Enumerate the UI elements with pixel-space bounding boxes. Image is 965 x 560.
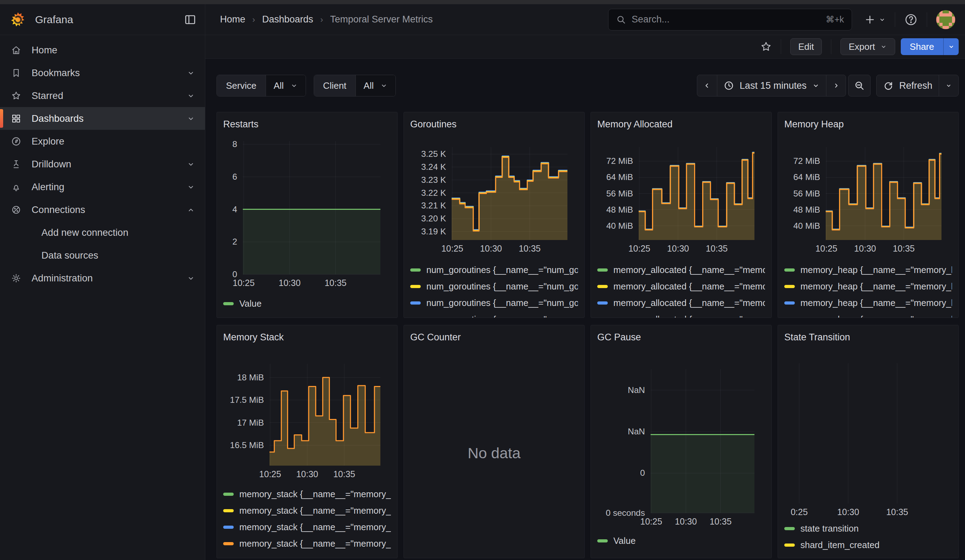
legend-item[interactable]: memory_allocated {__name__="memo — [597, 278, 765, 295]
sidebar-item-label: Starred — [31, 90, 205, 101]
edit-button[interactable]: Edit — [790, 38, 822, 55]
legend-label: num_goroutines {__name__="num_go — [426, 265, 578, 275]
panel-title[interactable]: GC Counter — [410, 330, 578, 344]
legend-item[interactable]: memory_heap {__name__="memory_h — [784, 295, 952, 311]
user-avatar[interactable] — [936, 10, 955, 29]
memory-heap-chart[interactable]: 72 MiB64 MiB56 MiB48 MiB40 MiB10:2510:30… — [784, 147, 952, 240]
legend-item[interactable]: memory_stack {__name__="memory_s — [223, 519, 391, 536]
time-shift-back-button[interactable] — [697, 75, 717, 96]
drilldown-icon — [10, 159, 22, 170]
state-transition-chart[interactable]: 0:2510:3010:35 — [784, 363, 952, 503]
sidebar-item-home[interactable]: Home — [0, 39, 205, 61]
legend-label: shard_item_created — [800, 540, 879, 550]
memory-stack-chart[interactable]: 18 MiB17.5 MiB17 MiB16.5 MiB10:2510:3010… — [223, 364, 391, 465]
share-button[interactable]: Share — [901, 38, 943, 55]
sidebar-toggle-icon[interactable] — [184, 13, 196, 26]
sidebar-item-explore[interactable]: Explore — [0, 130, 205, 153]
service-filter[interactable]: Service All — [216, 75, 306, 96]
legend-item[interactable]: num_goroutines {__name__="num_go — [410, 262, 578, 278]
refresh-button[interactable]: Refresh — [877, 75, 939, 96]
legend-item[interactable]: Value — [223, 296, 391, 312]
legend-item[interactable]: state transition — [784, 520, 952, 537]
time-range-picker[interactable]: Last 15 minutes — [717, 75, 826, 96]
service-filter-value[interactable]: All — [266, 75, 306, 96]
restarts-chart[interactable]: 0246810:2510:3010:35 — [223, 141, 391, 274]
client-filter[interactable]: Client All — [314, 75, 396, 96]
breadcrumb-home[interactable]: Home — [220, 14, 245, 25]
grafana-logo-icon[interactable] — [10, 11, 26, 28]
panel-title[interactable]: State Transition — [784, 330, 952, 344]
sidebar-item-alerting[interactable]: Alerting — [0, 175, 205, 198]
sidebar-item-drilldown[interactable]: Drilldown — [0, 153, 205, 175]
sidebar-item-starred[interactable]: Starred — [0, 84, 205, 107]
y-axis-tick-label: 16.5 MiB — [223, 440, 264, 451]
legend-label: memory_stack {__name__="memory_s — [239, 539, 391, 549]
legend-item[interactable]: num_goroutines {__name__="num_go — [410, 278, 578, 295]
legend-item[interactable]: memory_heap {__name__="memory_h — [784, 262, 952, 278]
legend-item[interactable]: num_goroutines {__name__="num_go — [410, 311, 578, 318]
memory-allocated-chart[interactable]: 72 MiB64 MiB56 MiB48 MiB40 MiB10:2510:30… — [597, 147, 765, 240]
legend-swatch — [223, 509, 234, 512]
panel-title[interactable]: Memory Stack — [223, 330, 391, 344]
gc-pause-chart[interactable]: NaNNaN00 seconds10:2510:3010:35 — [597, 369, 765, 513]
legend-item[interactable]: memory_stack {__name__="memory_s — [223, 486, 391, 503]
x-axis-tick-label: 10:30 — [675, 516, 697, 527]
y-axis-tick-label: 4 — [223, 204, 237, 215]
panel-title[interactable]: Memory Heap — [784, 117, 952, 131]
refresh-interval-button[interactable] — [939, 75, 958, 96]
favorite-star-icon[interactable] — [761, 41, 772, 52]
y-axis-tick-label: 64 MiB — [784, 172, 820, 183]
goroutines-chart[interactable]: 3.25 K3.24 K3.23 K3.22 K3.21 K3.20 K3.19… — [410, 147, 578, 240]
gear-icon — [10, 273, 22, 284]
x-axis-tick-label: 10:35 — [518, 243, 541, 254]
star-icon — [10, 90, 22, 101]
sidebar-item-connections[interactable]: Connections — [0, 198, 205, 221]
legend-item[interactable]: memory_stack {__name__="memory_s — [223, 503, 391, 519]
legend-item[interactable]: memory_allocated {__name__="memo — [597, 262, 765, 278]
search-input[interactable]: Search... ⌘+k — [608, 9, 852, 31]
no-data-message: No data — [468, 444, 521, 462]
legend-item[interactable]: memory_stack {__name__="memory_s — [223, 536, 391, 552]
sidebar-item-administration[interactable]: Administration — [0, 267, 205, 289]
panel-title[interactable]: Memory Allocated — [597, 117, 765, 131]
breadcrumb-dashboards[interactable]: Dashboards — [262, 14, 313, 25]
x-axis-tick-label: 10:35 — [893, 243, 915, 254]
y-axis-tick-label: 72 MiB — [784, 156, 820, 166]
panel-title[interactable]: Restarts — [223, 117, 391, 131]
sidebar-item-dashboards[interactable]: Dashboards — [0, 107, 205, 130]
legend-item[interactable]: memory_allocated {__name__="memo — [597, 311, 765, 318]
legend-swatch — [597, 301, 608, 305]
legend-swatch — [784, 301, 795, 305]
share-menu-button[interactable] — [943, 38, 959, 55]
time-shift-forward-button[interactable] — [826, 75, 846, 96]
breadcrumb-separator: › — [321, 15, 323, 24]
client-filter-value[interactable]: All — [356, 75, 396, 96]
y-axis-tick-label: 56 MiB — [597, 188, 633, 199]
chevron-down-icon — [879, 16, 886, 23]
sidebar-item-data-sources[interactable]: Data sources — [0, 244, 205, 267]
legend-item[interactable]: Value — [597, 533, 765, 549]
sidebar-item-bookmarks[interactable]: Bookmarks — [0, 61, 205, 84]
legend-swatch — [784, 527, 795, 530]
legend-item[interactable]: memory_allocated {__name__="memo — [597, 295, 765, 311]
zoom-out-button[interactable] — [848, 75, 870, 96]
panel-title[interactable]: Goroutines — [410, 117, 578, 131]
legend-item[interactable]: memory_heap {__name__="memory_h — [784, 311, 952, 318]
legend-label: memory_allocated {__name__="memo — [613, 281, 765, 292]
legend-item[interactable]: num_goroutines {__name__="num_go — [410, 295, 578, 311]
legend-item[interactable]: memory_heap {__name__="memory_h — [784, 278, 952, 295]
help-icon[interactable] — [904, 13, 918, 26]
add-new-button[interactable] — [864, 14, 886, 26]
export-button[interactable]: Export — [841, 38, 895, 55]
panel-title[interactable]: GC Pause — [597, 330, 765, 344]
legend-item[interactable]: shard_item_created — [784, 537, 952, 553]
chevron-down-icon — [187, 160, 195, 168]
breadcrumb-current-page: Temporal Server Metrics — [330, 14, 433, 25]
top-navbar: Grafana Home › Dashboards › Temporal Ser… — [0, 4, 965, 35]
y-axis-tick-label: 48 MiB — [597, 204, 633, 215]
sidebar-item-add-new-connection[interactable]: Add new connection — [0, 221, 205, 244]
y-axis-tick-label: 3.19 K — [410, 226, 446, 237]
y-axis-tick-label: 3.20 K — [410, 213, 446, 224]
x-axis-tick-label: 0:25 — [791, 507, 808, 517]
panel-state-transition: State Transition 0:2510:3010:35 state tr… — [778, 325, 959, 558]
